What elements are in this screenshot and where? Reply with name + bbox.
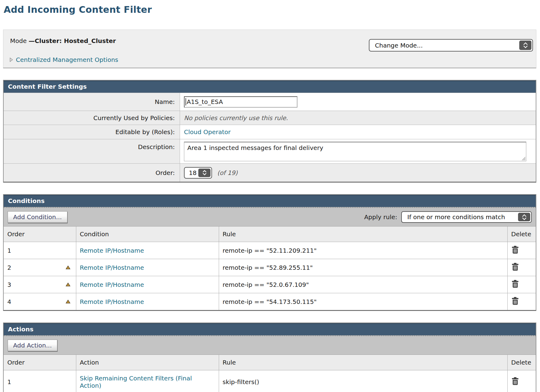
- order-total: (of 19): [217, 169, 238, 176]
- editable-value-cell: Cloud Operator: [180, 125, 536, 139]
- triangle-right-icon: [9, 57, 13, 62]
- policies-row: Currently Used by Policies: No policies …: [4, 111, 536, 125]
- up-down-chevrons-icon: [518, 213, 530, 221]
- condition-order-cell: 1: [4, 242, 76, 259]
- description-label: Description:: [4, 139, 180, 163]
- description-textarea-value: Area 1 inspected messages for final deli…: [187, 144, 323, 151]
- apply-rule-label: Apply rule:: [364, 213, 397, 221]
- actions-section: Actions Add Action... Order Action Rule …: [3, 323, 536, 392]
- trash-icon[interactable]: [511, 377, 519, 385]
- condition-order: 3: [7, 281, 11, 288]
- up-down-chevrons-icon: [519, 41, 531, 50]
- apply-rule-select[interactable]: If one or more conditions match: [401, 211, 532, 223]
- condition-row: 3 Remote IP/Hostname remote-ip == "52.0.…: [4, 276, 536, 293]
- content-filter-settings-section: Content Filter Settings Name: A1S_to_ESA…: [3, 80, 536, 183]
- order-label: Order:: [4, 164, 180, 182]
- name-input[interactable]: A1S_to_ESA: [184, 96, 297, 108]
- action-link[interactable]: Skip Remaining Content Filters (Final Ac…: [80, 375, 192, 389]
- name-value-cell: A1S_to_ESA: [180, 93, 536, 111]
- order-value-cell: 18 (of 19): [180, 164, 536, 182]
- condition-rule: remote-ip == "52.11.209.211": [219, 242, 507, 259]
- condition-row: 4 Remote IP/Hostname remote-ip == "54.17…: [4, 293, 536, 310]
- policies-label: Currently Used by Policies:: [4, 111, 180, 125]
- mode-label: Mode: [10, 37, 29, 45]
- conditions-toolbar: Add Condition... Apply rule: If one or m…: [4, 207, 536, 226]
- description-row: Description: Area 1 inspected messages f…: [4, 139, 536, 163]
- column-header-order: Order: [4, 226, 76, 242]
- centralized-management-options-label: Centralized Management Options: [16, 56, 118, 63]
- column-header-condition: Condition: [76, 226, 219, 242]
- editable-row: Editable by (Roles): Cloud Operator: [4, 125, 536, 139]
- editable-label: Editable by (Roles):: [4, 125, 180, 139]
- name-row: Name: A1S_to_ESA: [4, 93, 536, 111]
- trash-icon[interactable]: [511, 262, 519, 271]
- conditions-table: Order Condition Rule Delete 1 Remote IP/…: [4, 226, 536, 310]
- up-down-chevrons-icon: [198, 169, 211, 177]
- condition-link[interactable]: Remote IP/Hostname: [80, 298, 144, 305]
- cloud-operator-link[interactable]: Cloud Operator: [184, 128, 231, 136]
- content-filter-settings-header: Content Filter Settings: [4, 80, 536, 93]
- description-value-cell: Area 1 inspected messages for final deli…: [180, 139, 536, 163]
- action-rule: skip-filters(): [219, 370, 507, 392]
- condition-link[interactable]: Remote IP/Hostname: [80, 264, 144, 271]
- apply-rule-group: Apply rule: If one or more conditions ma…: [364, 211, 532, 223]
- action-row: 1 Skip Remaining Content Filters (Final …: [4, 370, 536, 392]
- column-header-delete: Delete: [507, 226, 536, 242]
- change-mode-select[interactable]: Change Mode...: [369, 39, 533, 52]
- column-header-delete: Delete: [507, 355, 536, 370]
- centralized-management-options-link[interactable]: Centralized Management Options: [9, 56, 118, 63]
- triangle-up-icon[interactable]: [66, 300, 70, 304]
- description-textarea[interactable]: Area 1 inspected messages for final deli…: [184, 142, 526, 161]
- trash-icon[interactable]: [511, 280, 519, 288]
- name-label: Name:: [4, 93, 180, 111]
- text-cursor: [185, 98, 186, 105]
- condition-rule: remote-ip == "52.0.67.109": [219, 276, 507, 293]
- condition-order: 2: [7, 264, 11, 271]
- action-order-cell: 1: [4, 370, 76, 392]
- order-select[interactable]: 18: [184, 167, 212, 179]
- condition-row: 1 Remote IP/Hostname remote-ip == "52.11…: [4, 242, 536, 259]
- mode-box: Mode —Cluster: Hosted_Cluster Centralize…: [3, 30, 536, 68]
- triangle-up-icon[interactable]: [66, 265, 70, 269]
- apply-rule-select-value: If one or more conditions match: [402, 212, 517, 222]
- conditions-table-header-row: Order Condition Rule Delete: [4, 226, 536, 242]
- column-header-action: Action: [76, 355, 219, 370]
- change-mode-select-value: Change Mode...: [369, 40, 518, 51]
- trash-icon[interactable]: [511, 297, 519, 305]
- column-header-order: Order: [4, 355, 76, 370]
- policies-value: No policies currently use this rule.: [180, 111, 536, 125]
- column-header-rule: Rule: [219, 355, 507, 370]
- condition-rule: remote-ip == "54.173.50.115": [219, 293, 507, 310]
- resize-grip-icon[interactable]: [521, 156, 526, 161]
- condition-row: 2 Remote IP/Hostname remote-ip == "52.89…: [4, 259, 536, 276]
- order-row: Order: 18 (of 19): [4, 163, 536, 182]
- trash-icon[interactable]: [511, 245, 519, 254]
- conditions-section: Conditions Add Condition... Apply rule: …: [3, 194, 536, 311]
- actions-table-header-row: Order Action Rule Delete: [4, 355, 536, 370]
- page: Add Incoming Content Filter Mode —Cluste…: [0, 0, 540, 392]
- add-condition-button[interactable]: Add Condition...: [8, 211, 67, 223]
- name-input-value: A1S_to_ESA: [187, 98, 223, 105]
- column-header-rule: Rule: [219, 226, 507, 242]
- actions-toolbar: Add Action...: [4, 335, 536, 355]
- actions-table: Order Action Rule Delete 1 Skip Remainin…: [4, 355, 536, 392]
- condition-link[interactable]: Remote IP/Hostname: [80, 247, 144, 254]
- triangle-up-icon[interactable]: [66, 283, 70, 287]
- condition-order: 4: [7, 298, 11, 305]
- actions-header: Actions: [4, 323, 536, 335]
- page-title: Add Incoming Content Filter: [4, 4, 536, 15]
- order-select-value: 18: [185, 168, 197, 178]
- mode-value: —Cluster: Hosted_Cluster: [29, 37, 116, 45]
- condition-link[interactable]: Remote IP/Hostname: [80, 281, 144, 288]
- condition-rule: remote-ip == "52.89.255.11": [219, 259, 507, 276]
- conditions-header: Conditions: [4, 195, 536, 207]
- add-action-button[interactable]: Add Action...: [8, 340, 57, 351]
